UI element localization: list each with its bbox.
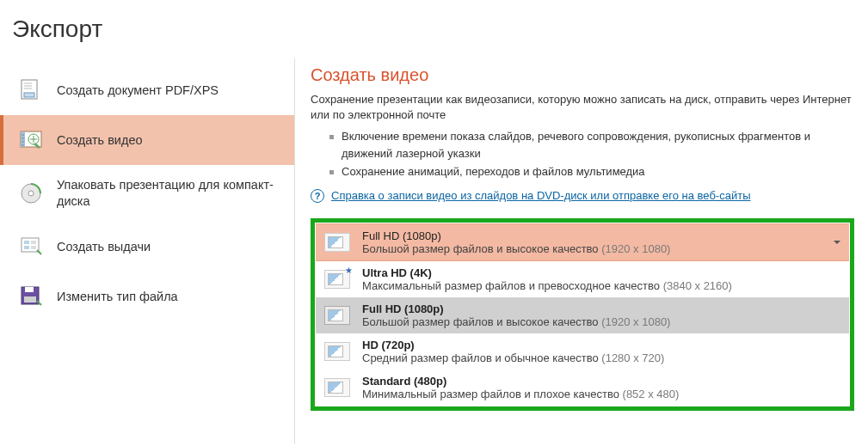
svg-rect-1 — [24, 93, 34, 97]
handouts-icon — [19, 235, 43, 259]
export-sidebar: Создать документ PDF/XPS Создать видео У… — [0, 58, 295, 444]
option-desc: Минимальный размер файлов и плохое качес… — [362, 388, 679, 400]
quality-option-480p[interactable]: Standard (480p) Минимальный размер файло… — [316, 370, 849, 406]
svg-rect-12 — [24, 296, 36, 302]
svg-rect-8 — [24, 241, 29, 244]
help-link[interactable]: Справка о записи видео из слайдов на DVD… — [331, 189, 751, 202]
thumbnail-icon — [324, 306, 350, 325]
option-desc: Большой размер файлов и высокое качество… — [362, 315, 670, 328]
svg-rect-3 — [21, 131, 25, 147]
chevron-down-icon — [834, 241, 840, 244]
sidebar-item-label: Создать выдачи — [57, 239, 168, 255]
thumbnail-icon — [324, 378, 350, 397]
sidebar-item-label: Изменить тип файла — [57, 289, 195, 305]
save-as-icon — [19, 284, 43, 309]
help-icon: ? — [311, 189, 324, 203]
quality-dropdown: Full HD (1080p) Большой размер файлов и … — [311, 218, 854, 411]
sidebar-item-pdf-xps[interactable]: Создать документ PDF/XPS — [0, 65, 294, 115]
thumbnail-icon — [324, 270, 350, 289]
quality-option-720p[interactable]: HD (720p) Средний размер файлов и обычно… — [316, 333, 849, 370]
svg-point-6 — [28, 191, 34, 196]
sidebar-item-package-cd[interactable]: Упаковать презентацию для компакт-диска — [0, 165, 294, 222]
option-desc: Максимальный размер файлов и превосходно… — [362, 279, 732, 292]
sidebar-item-label: Создать видео — [57, 132, 160, 149]
video-icon — [19, 128, 43, 152]
cd-icon — [19, 181, 43, 205]
svg-rect-9 — [24, 246, 29, 249]
section-title: Создать видео — [311, 65, 854, 85]
option-title: HD (720p) — [362, 339, 664, 351]
thumbnail-icon — [324, 342, 350, 361]
option-title: Full HD (1080p) — [362, 229, 670, 242]
quality-selected[interactable]: Full HD (1080p) Большой размер файлов и … — [316, 223, 849, 261]
thumbnail-icon — [324, 233, 350, 252]
bullet-item: Включение времени показа слайдов, речево… — [329, 128, 854, 162]
sidebar-item-label: Создать документ PDF/XPS — [57, 82, 236, 99]
svg-rect-7 — [22, 238, 39, 252]
section-intro: Сохранение презентации как видеозаписи, … — [311, 92, 854, 123]
sidebar-item-change-type[interactable]: Изменить тип файла — [0, 272, 294, 321]
option-desc: Большой размер файлов и высокое качество… — [362, 242, 670, 255]
quality-option-1080p[interactable]: Full HD (1080p) Большой размер файлов и … — [316, 297, 849, 333]
document-pdf-icon — [19, 78, 43, 102]
svg-rect-11 — [25, 287, 34, 292]
option-desc: Средний размер файлов и обычное качество… — [362, 351, 664, 364]
quality-option-4k[interactable]: Ultra HD (4K) Максимальный размер файлов… — [316, 261, 849, 297]
sidebar-item-handouts[interactable]: Создать выдачи — [0, 222, 294, 272]
option-title: Standard (480p) — [362, 375, 679, 388]
main-panel: Создать видео Сохранение презентации как… — [295, 58, 868, 444]
bullet-item: Сохранение анимаций, переходов и файлов … — [329, 163, 854, 180]
sidebar-item-create-video[interactable]: Создать видео — [0, 115, 294, 165]
feature-bullets: Включение времени показа слайдов, речево… — [311, 128, 854, 180]
option-title: Ultra HD (4K) — [362, 266, 732, 279]
option-title: Full HD (1080p) — [362, 302, 670, 315]
sidebar-item-label: Упаковать презентацию для компакт-диска — [57, 177, 294, 210]
page-title: Экспорт — [0, 0, 868, 58]
